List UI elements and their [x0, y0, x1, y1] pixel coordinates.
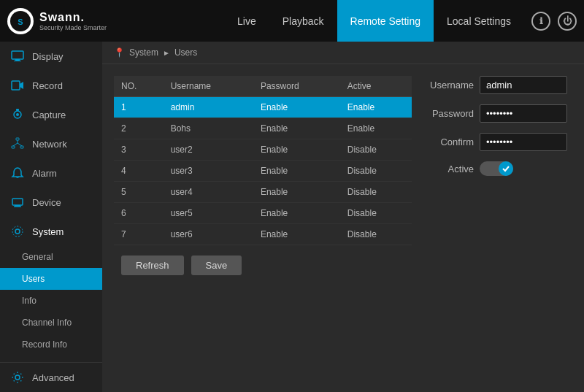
header: S Swann. Security Made Smarter Live Play… — [0, 0, 584, 42]
svg-rect-12 — [20, 146, 23, 148]
sidebar-item-record[interactable]: Record — [0, 71, 102, 100]
cell-no: 4 — [114, 161, 164, 182]
device-icon — [10, 195, 25, 210]
sidebar: Display Record Capture — [0, 42, 102, 392]
breadcrumb-users: Users — [174, 47, 197, 58]
cell-username: user5 — [164, 203, 253, 224]
svg-line-15 — [18, 143, 22, 146]
cell-no: 2 — [114, 118, 164, 139]
network-icon — [10, 137, 25, 151]
power-button[interactable]: ⏻ — [558, 12, 577, 31]
table-row[interactable]: 5 user4 Enable Disable — [114, 182, 412, 203]
cell-no: 3 — [114, 139, 164, 161]
cell-username: user3 — [164, 161, 253, 182]
table-row[interactable]: 7 user6 Enable Disable — [114, 224, 412, 245]
confirm-input[interactable] — [480, 133, 567, 151]
svg-rect-11 — [12, 146, 15, 148]
users-table-section: NO. Username Password Active 1 admin Ena… — [114, 76, 412, 380]
table-header-row: NO. Username Password Active — [114, 76, 412, 97]
username-input[interactable] — [480, 76, 567, 94]
sidebar-item-advanced[interactable]: Advanced — [0, 362, 102, 392]
logo-icon: S — [7, 8, 34, 34]
breadcrumb: 📍 System ► Users — [102, 42, 584, 64]
svg-rect-9 — [16, 109, 19, 111]
svg-rect-3 — [15, 59, 20, 61]
table-row[interactable]: 6 user5 Enable Disable — [114, 203, 412, 224]
cell-username: user4 — [164, 182, 253, 203]
svg-line-14 — [13, 143, 18, 146]
cell-password: Enable — [253, 161, 340, 182]
refresh-button[interactable]: Refresh — [121, 255, 184, 275]
form-row-username: Username — [426, 76, 572, 94]
tab-live[interactable]: Live — [224, 0, 269, 42]
confirm-label: Confirm — [426, 137, 474, 147]
sidebar-item-display[interactable]: Display — [0, 42, 102, 71]
table-row[interactable]: 3 user2 Enable Disable — [114, 139, 412, 161]
system-icon — [10, 224, 25, 239]
svg-text:S: S — [18, 18, 23, 26]
save-button[interactable]: Save — [191, 255, 242, 275]
layout: Display Record Capture — [0, 42, 584, 392]
sidebar-item-device[interactable]: Device — [0, 188, 102, 217]
sidebar-sub-record-info[interactable]: Record Info — [0, 334, 102, 356]
sidebar-label-display: Display — [32, 51, 64, 62]
alarm-icon — [10, 166, 25, 180]
record-icon — [10, 78, 25, 93]
tab-remote[interactable]: Remote Setting — [337, 0, 434, 42]
cell-no: 5 — [114, 182, 164, 203]
password-input[interactable] — [480, 104, 567, 123]
form-row-active: Active — [426, 161, 572, 176]
svg-rect-16 — [12, 199, 23, 205]
cell-no: 6 — [114, 203, 164, 224]
logo: S Swann. Security Made Smarter — [7, 8, 107, 34]
sidebar-sub-users[interactable]: Users — [0, 268, 102, 290]
logo-brand: Swann. — [39, 11, 107, 24]
cell-active: Disable — [340, 182, 412, 203]
sidebar-label-alarm: Alarm — [32, 168, 57, 179]
cell-active: Enable — [340, 97, 412, 118]
form-row-password: Password — [426, 104, 572, 123]
nav-icons: ℹ ⏻ — [531, 12, 577, 31]
info-button[interactable]: ℹ — [531, 12, 550, 31]
username-label: Username — [426, 80, 474, 91]
svg-point-8 — [16, 113, 19, 116]
sidebar-sub-general[interactable]: General — [0, 246, 102, 268]
active-toggle[interactable] — [480, 161, 513, 176]
cell-password: Enable — [253, 224, 340, 245]
users-table: NO. Username Password Active 1 admin Ena… — [114, 76, 412, 245]
sidebar-sub-channel-info[interactable]: Channel Info — [0, 312, 102, 334]
col-username: Username — [164, 76, 253, 97]
sidebar-label-advanced: Advanced — [32, 372, 74, 383]
sidebar-item-network[interactable]: Network — [0, 129, 102, 158]
cell-active: Disable — [340, 224, 412, 245]
main-content: 📍 System ► Users NO. Username Password A… — [102, 42, 584, 392]
svg-rect-5 — [12, 81, 20, 90]
cell-no: 1 — [114, 97, 164, 118]
breadcrumb-pin-icon: 📍 — [114, 47, 125, 58]
tab-local[interactable]: Local Settings — [434, 0, 524, 42]
sidebar-item-system[interactable]: System — [0, 217, 102, 246]
col-password: Password — [253, 76, 340, 97]
table-row[interactable]: 1 admin Enable Enable — [114, 97, 412, 118]
content-area: NO. Username Password Active 1 admin Ena… — [102, 64, 584, 392]
tab-playback[interactable]: Playback — [269, 0, 337, 42]
sidebar-item-capture[interactable]: Capture — [0, 100, 102, 129]
table-row[interactable]: 2 Bohs Enable Enable — [114, 118, 412, 139]
sidebar-sub-info[interactable]: Info — [0, 290, 102, 312]
cell-username: Bohs — [164, 118, 253, 139]
active-label: Active — [426, 164, 474, 174]
table-buttons: Refresh Save — [114, 255, 412, 275]
sidebar-label-capture: Capture — [32, 109, 66, 120]
table-row[interactable]: 4 user3 Enable Disable — [114, 161, 412, 182]
cell-password: Enable — [253, 203, 340, 224]
sidebar-label-device: Device — [32, 197, 61, 208]
gear-icon — [10, 370, 25, 385]
cell-username: user6 — [164, 224, 253, 245]
toggle-knob — [499, 161, 513, 176]
cell-username: admin — [164, 97, 253, 118]
cell-active: Enable — [340, 118, 412, 139]
sidebar-item-alarm[interactable]: Alarm — [0, 158, 102, 188]
cell-username: user2 — [164, 139, 253, 161]
svg-rect-2 — [12, 51, 23, 59]
col-active: Active — [340, 76, 412, 97]
